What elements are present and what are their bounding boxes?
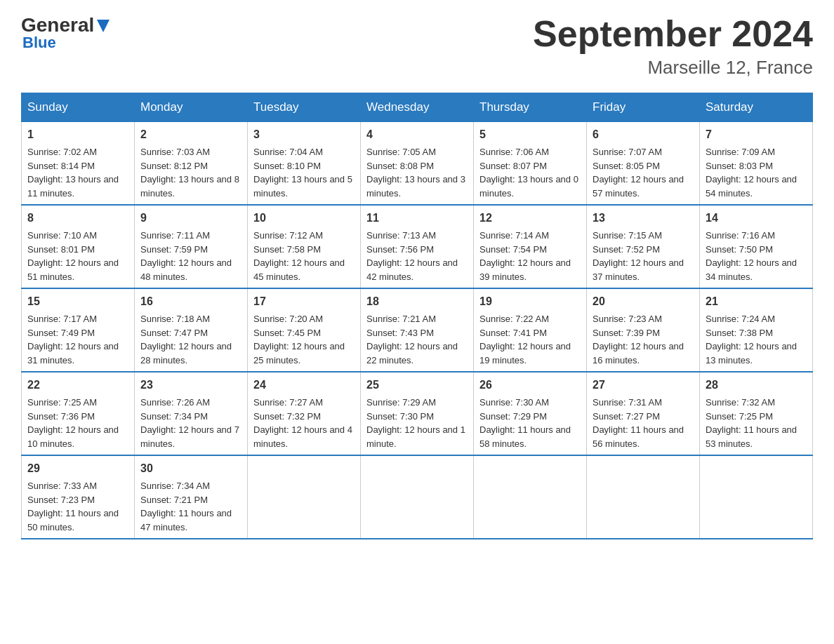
sunrise-text: Sunrise: 7:24 AM <box>706 314 775 324</box>
daylight-text: Daylight: 12 hours and 45 minutes. <box>253 257 345 282</box>
day-number: 20 <box>593 293 694 310</box>
sunrise-text: Sunrise: 7:02 AM <box>27 147 97 157</box>
daylight-text: Daylight: 11 hours and 47 minutes. <box>140 508 232 532</box>
sunrise-text: Sunrise: 7:09 AM <box>706 147 775 157</box>
sunrise-text: Sunrise: 7:22 AM <box>479 314 549 324</box>
calendar-cell <box>700 455 813 539</box>
page-header: General Blue September 2024 Marseille 12… <box>21 14 813 79</box>
daylight-text: Daylight: 11 hours and 53 minutes. <box>706 424 797 449</box>
sunset-text: Sunset: 7:56 PM <box>366 244 434 255</box>
calendar-cell: 2Sunrise: 7:03 AMSunset: 8:12 PMDaylight… <box>135 122 248 206</box>
sunrise-text: Sunrise: 7:33 AM <box>27 481 97 491</box>
month-title: September 2024 <box>533 14 813 54</box>
calendar-cell: 8Sunrise: 7:10 AMSunset: 8:01 PMDaylight… <box>22 205 135 288</box>
day-number: 15 <box>27 293 128 310</box>
sunset-text: Sunset: 8:05 PM <box>593 161 660 171</box>
sunset-text: Sunset: 7:34 PM <box>140 411 208 422</box>
sunset-text: Sunset: 7:39 PM <box>593 328 660 338</box>
sunset-text: Sunset: 8:08 PM <box>366 161 434 171</box>
calendar-cell: 23Sunrise: 7:26 AMSunset: 7:34 PMDayligh… <box>135 372 248 455</box>
sunset-text: Sunset: 8:12 PM <box>140 161 208 171</box>
daylight-text: Daylight: 13 hours and 8 minutes. <box>140 174 239 199</box>
day-number: 24 <box>253 377 355 394</box>
col-header-monday: Monday <box>135 93 248 122</box>
sunrise-text: Sunrise: 7:03 AM <box>140 147 210 157</box>
calendar-cell: 5Sunrise: 7:06 AMSunset: 8:07 PMDaylight… <box>474 122 587 206</box>
logo-triangle-icon <box>97 20 110 32</box>
sunset-text: Sunset: 7:32 PM <box>253 411 321 422</box>
daylight-text: Daylight: 11 hours and 50 minutes. <box>27 508 119 532</box>
daylight-text: Daylight: 12 hours and 4 minutes. <box>253 424 352 449</box>
day-number: 3 <box>253 126 355 143</box>
sunrise-text: Sunrise: 7:30 AM <box>479 397 549 408</box>
calendar-cell: 19Sunrise: 7:22 AMSunset: 7:41 PMDayligh… <box>474 288 587 372</box>
sunset-text: Sunset: 7:29 PM <box>479 411 547 422</box>
col-header-wednesday: Wednesday <box>361 93 474 122</box>
day-number: 2 <box>140 126 241 143</box>
calendar-cell: 25Sunrise: 7:29 AMSunset: 7:30 PMDayligh… <box>361 372 474 455</box>
sunset-text: Sunset: 8:07 PM <box>479 161 547 171</box>
title-section: September 2024 Marseille 12, France <box>533 14 813 79</box>
daylight-text: Daylight: 13 hours and 3 minutes. <box>366 174 465 199</box>
daylight-text: Daylight: 12 hours and 48 minutes. <box>140 257 232 282</box>
sunrise-text: Sunrise: 7:07 AM <box>593 147 662 157</box>
calendar-cell: 4Sunrise: 7:05 AMSunset: 8:08 PMDaylight… <box>361 122 474 206</box>
week-row-3: 15Sunrise: 7:17 AMSunset: 7:49 PMDayligh… <box>22 288 813 372</box>
sunset-text: Sunset: 7:27 PM <box>593 411 660 422</box>
sunset-text: Sunset: 8:01 PM <box>27 244 95 255</box>
sunrise-text: Sunrise: 7:16 AM <box>706 230 775 241</box>
sunrise-text: Sunrise: 7:18 AM <box>140 314 210 324</box>
sunset-text: Sunset: 8:14 PM <box>27 161 95 171</box>
sunrise-text: Sunrise: 7:26 AM <box>140 397 210 408</box>
sunrise-text: Sunrise: 7:04 AM <box>253 147 323 157</box>
sunrise-text: Sunrise: 7:14 AM <box>479 230 549 241</box>
calendar-cell: 11Sunrise: 7:13 AMSunset: 7:56 PMDayligh… <box>361 205 474 288</box>
calendar-cell: 7Sunrise: 7:09 AMSunset: 8:03 PMDaylight… <box>700 122 813 206</box>
calendar-cell: 10Sunrise: 7:12 AMSunset: 7:58 PMDayligh… <box>248 205 361 288</box>
sunset-text: Sunset: 7:38 PM <box>706 328 773 338</box>
col-header-thursday: Thursday <box>474 93 587 122</box>
sunset-text: Sunset: 7:36 PM <box>27 411 95 422</box>
daylight-text: Daylight: 12 hours and 1 minute. <box>366 424 465 449</box>
daylight-text: Daylight: 12 hours and 19 minutes. <box>479 341 571 365</box>
day-number: 16 <box>140 293 241 310</box>
sunset-text: Sunset: 7:23 PM <box>27 495 95 505</box>
day-number: 30 <box>140 460 241 477</box>
sunrise-text: Sunrise: 7:15 AM <box>593 230 662 241</box>
header-row: SundayMondayTuesdayWednesdayThursdayFrid… <box>22 93 813 122</box>
sunset-text: Sunset: 7:30 PM <box>366 411 434 422</box>
calendar-cell: 21Sunrise: 7:24 AMSunset: 7:38 PMDayligh… <box>700 288 813 372</box>
day-number: 1 <box>27 126 128 143</box>
calendar-cell: 26Sunrise: 7:30 AMSunset: 7:29 PMDayligh… <box>474 372 587 455</box>
calendar-cell: 12Sunrise: 7:14 AMSunset: 7:54 PMDayligh… <box>474 205 587 288</box>
daylight-text: Daylight: 13 hours and 0 minutes. <box>479 174 578 199</box>
day-number: 14 <box>706 210 807 227</box>
calendar-cell: 22Sunrise: 7:25 AMSunset: 7:36 PMDayligh… <box>22 372 135 455</box>
sunset-text: Sunset: 7:45 PM <box>253 328 321 338</box>
sunset-text: Sunset: 8:10 PM <box>253 161 321 171</box>
daylight-text: Daylight: 12 hours and 54 minutes. <box>706 174 797 199</box>
col-header-saturday: Saturday <box>700 93 813 122</box>
week-row-5: 29Sunrise: 7:33 AMSunset: 7:23 PMDayligh… <box>22 455 813 539</box>
sunrise-text: Sunrise: 7:23 AM <box>593 314 662 324</box>
day-number: 28 <box>706 377 807 394</box>
calendar-cell <box>474 455 587 539</box>
daylight-text: Daylight: 12 hours and 13 minutes. <box>706 341 797 365</box>
sunrise-text: Sunrise: 7:05 AM <box>366 147 436 157</box>
logo: General Blue <box>21 14 110 52</box>
daylight-text: Daylight: 11 hours and 56 minutes. <box>593 424 684 449</box>
sunset-text: Sunset: 7:25 PM <box>706 411 773 422</box>
sunset-text: Sunset: 7:47 PM <box>140 328 208 338</box>
calendar-cell: 18Sunrise: 7:21 AMSunset: 7:43 PMDayligh… <box>361 288 474 372</box>
calendar-cell: 27Sunrise: 7:31 AMSunset: 7:27 PMDayligh… <box>587 372 700 455</box>
calendar-cell: 6Sunrise: 7:07 AMSunset: 8:05 PMDaylight… <box>587 122 700 206</box>
calendar-cell: 30Sunrise: 7:34 AMSunset: 7:21 PMDayligh… <box>135 455 248 539</box>
daylight-text: Daylight: 12 hours and 57 minutes. <box>593 174 684 199</box>
calendar-cell <box>587 455 700 539</box>
sunset-text: Sunset: 7:21 PM <box>140 495 208 505</box>
sunset-text: Sunset: 7:52 PM <box>593 244 660 255</box>
sunset-text: Sunset: 7:41 PM <box>479 328 547 338</box>
daylight-text: Daylight: 12 hours and 39 minutes. <box>479 257 571 282</box>
sunrise-text: Sunrise: 7:17 AM <box>27 314 97 324</box>
daylight-text: Daylight: 12 hours and 31 minutes. <box>27 341 119 365</box>
